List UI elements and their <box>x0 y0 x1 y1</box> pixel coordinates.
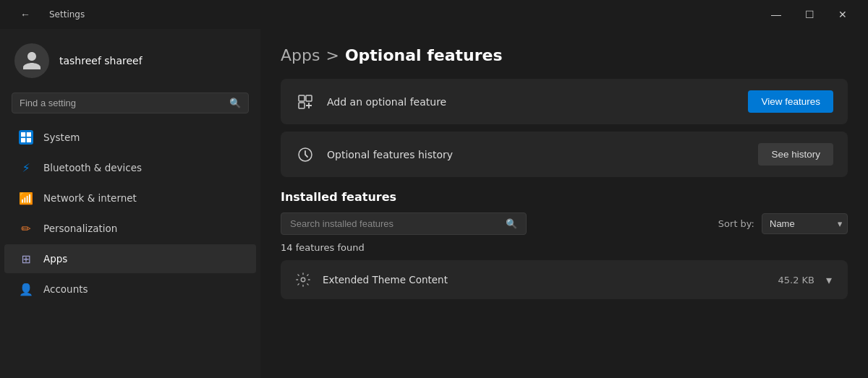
features-count: 14 features found <box>281 242 848 253</box>
nav-network-label: Network & internet <box>43 192 137 204</box>
minimize-button[interactable]: — <box>760 3 793 26</box>
accounts-icon: 👤 <box>19 282 33 296</box>
feature-item-size: 45.2 KB <box>778 275 814 285</box>
user-profile[interactable]: tashreef shareef <box>0 29 260 90</box>
add-feature-icon <box>295 92 315 112</box>
installed-features-title: Installed features <box>281 190 848 204</box>
svg-rect-6 <box>299 103 305 108</box>
features-search-input[interactable] <box>290 218 500 229</box>
nav-bluetooth[interactable]: ⚡ Bluetooth & devices <box>4 153 256 182</box>
nav-apps-label: Apps <box>43 253 67 265</box>
svg-rect-5 <box>306 95 312 101</box>
feature-item-right: 45.2 KB ▾ <box>778 272 835 288</box>
svg-rect-2 <box>21 138 25 142</box>
title-bar-left: ← Settings <box>9 3 85 26</box>
bluetooth-icon: ⚡ <box>19 160 33 175</box>
network-icon: 📶 <box>19 191 33 205</box>
feature-item-expand-button[interactable]: ▾ <box>823 272 835 288</box>
add-feature-label: Add an optional feature <box>327 96 446 108</box>
nav-system-label: System <box>43 132 80 143</box>
view-features-button[interactable]: View features <box>748 90 833 113</box>
svg-rect-4 <box>299 95 305 101</box>
window-controls: — ☐ ✕ <box>760 3 859 26</box>
features-toolbar: 🔍 Sort by: Name Size Date installed ▾ <box>281 212 848 235</box>
nav-accounts[interactable]: 👤 Accounts <box>4 275 256 304</box>
features-search-icon: 🔍 <box>506 218 517 229</box>
sort-select[interactable]: Name Size Date installed <box>762 213 848 234</box>
nav-personalization-label: Personalization <box>43 223 117 234</box>
breadcrumb-separator: > <box>326 46 339 64</box>
search-icon: 🔍 <box>229 98 241 108</box>
back-button[interactable]: ← <box>9 3 42 26</box>
nav-bluetooth-label: Bluetooth & devices <box>43 162 142 173</box>
svg-rect-1 <box>27 132 31 137</box>
sidebar-search-box[interactable]: 🔍 <box>12 93 249 113</box>
feature-item-left: Extended Theme Content <box>294 270 448 289</box>
add-feature-card-left: Add an optional feature <box>295 92 446 112</box>
nav-accounts-label: Accounts <box>43 283 88 295</box>
see-history-button[interactable]: See history <box>758 143 833 166</box>
avatar <box>14 43 49 78</box>
system-icon <box>19 130 33 145</box>
feature-item-icon <box>294 270 312 289</box>
sidebar: tashreef shareef 🔍 System ⚡ Bluetooth & … <box>0 29 260 378</box>
breadcrumb-parent: Apps <box>281 46 320 64</box>
feature-history-label: Optional features history <box>327 149 453 160</box>
nav-personalization[interactable]: ✏️ Personalization <box>4 214 256 243</box>
sidebar-search-input[interactable] <box>20 98 224 108</box>
close-button[interactable]: ✕ <box>826 3 859 26</box>
personalization-icon: ✏️ <box>19 221 33 236</box>
username: tashreef shareef <box>59 55 142 66</box>
sort-label: Sort by: <box>718 218 754 229</box>
breadcrumb: Apps > Optional features <box>281 46 848 64</box>
svg-rect-0 <box>21 132 25 137</box>
feature-history-card: Optional features history See history <box>281 132 848 177</box>
feature-item-extended-theme: Extended Theme Content 45.2 KB ▾ <box>281 260 848 299</box>
svg-point-8 <box>301 278 305 282</box>
nav-apps[interactable]: ⊞ Apps <box>4 244 256 273</box>
svg-rect-3 <box>27 138 31 142</box>
feature-item-name: Extended Theme Content <box>323 274 448 285</box>
nav-system[interactable]: System <box>4 123 256 152</box>
add-feature-card: Add an optional feature View features <box>281 79 848 124</box>
apps-icon: ⊞ <box>19 252 33 266</box>
title-bar: ← Settings — ☐ ✕ <box>0 0 868 29</box>
breadcrumb-current: Optional features <box>345 46 503 64</box>
nav-network[interactable]: 📶 Network & internet <box>4 184 256 212</box>
features-search-box[interactable]: 🔍 <box>281 212 527 235</box>
user-avatar-icon <box>21 50 43 72</box>
app-title: Settings <box>49 9 85 20</box>
sort-select-wrap: Name Size Date installed ▾ <box>762 213 848 234</box>
maximize-button[interactable]: ☐ <box>793 3 826 26</box>
feature-history-card-left: Optional features history <box>295 145 453 165</box>
history-icon <box>295 145 315 165</box>
main-layout: tashreef shareef 🔍 System ⚡ Bluetooth & … <box>0 29 868 378</box>
content-area: Apps > Optional features Add an optional… <box>260 29 868 378</box>
sort-row: Sort by: Name Size Date installed ▾ <box>718 213 848 234</box>
